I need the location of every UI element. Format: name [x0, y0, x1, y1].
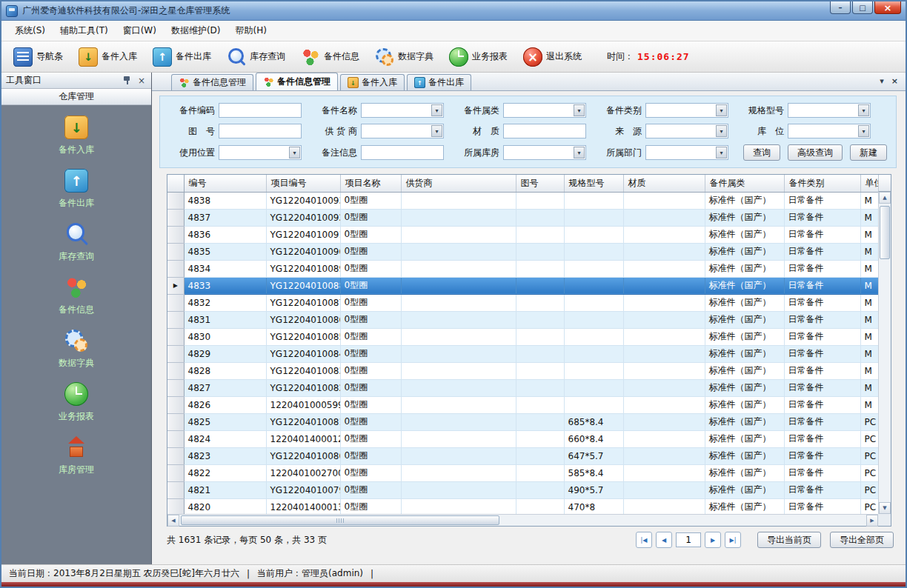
column-header[interactable]: 项目编号	[266, 175, 340, 192]
toolbar-button[interactable]: 备件入库	[73, 45, 143, 69]
table-row[interactable]: 4821YG122040100790型圈490*5.7标准件（国产）日常备件PC	[167, 481, 878, 498]
column-header[interactable]: 备件属类	[705, 175, 784, 192]
maximize-button[interactable]	[852, 1, 873, 14]
new-button[interactable]: 新建	[850, 144, 887, 161]
toolbar-button[interactable]: 导航条	[7, 45, 69, 69]
sidebar-item[interactable]: 备件信息	[59, 275, 94, 316]
row-selector-cell	[167, 379, 184, 396]
menu-item[interactable]: 辅助工具(T)	[53, 21, 116, 40]
toolbar-button[interactable]: 数据字典	[369, 45, 439, 69]
export-current-page-button[interactable]: 导出当前页	[757, 532, 821, 548]
menu-item[interactable]: 数据维护(D)	[164, 21, 228, 40]
table-cell	[516, 447, 564, 464]
search-dropdown[interactable]	[645, 124, 728, 138]
column-header[interactable]: 项目名称	[340, 175, 401, 192]
close-tab-icon[interactable]	[891, 76, 898, 86]
column-header[interactable]: 单位	[860, 175, 878, 192]
search-dropdown[interactable]	[788, 124, 871, 138]
search-dropdown[interactable]	[219, 145, 302, 160]
search-dropdown[interactable]	[645, 103, 728, 118]
table-cell	[516, 243, 564, 260]
toolbar-button[interactable]: 业务报表	[443, 45, 514, 69]
tab[interactable]: 备件信息管理	[256, 73, 338, 90]
tab-list-dropdown-icon[interactable]	[880, 76, 884, 86]
toolbar-button[interactable]: 备件信息	[295, 45, 365, 69]
search-dropdown[interactable]	[788, 103, 871, 118]
table-row[interactable]: 4825YG122040100810型圈685*8.4标准件（国产）日常备件PC	[167, 413, 878, 430]
column-header[interactable]: 供货商	[401, 175, 516, 192]
search-dropdown[interactable]	[361, 103, 444, 118]
table-row[interactable]: 482012204014000130型圈470*8标准件（国产）日常备件PC	[167, 498, 878, 514]
table-row[interactable]: 4833YG122040100880型圈标准件（国产）日常备件M	[167, 277, 878, 294]
search-text-input[interactable]	[219, 124, 302, 138]
vscroll-thumb[interactable]	[880, 206, 890, 259]
minimize-button[interactable]	[830, 1, 851, 14]
table-row[interactable]: 4838YG122040100930型圈标准件（国产）日常备件M	[167, 192, 878, 209]
toolbar-button[interactable]: 备件出库	[147, 45, 217, 69]
page-number-input[interactable]	[676, 532, 701, 547]
scroll-up-icon[interactable]	[879, 192, 891, 204]
vscroll-track[interactable]	[879, 204, 891, 502]
table-row[interactable]: 4832YG122040100870型圈标准件（国产）日常备件M	[167, 294, 878, 311]
table-row[interactable]: 4837YG122040100920型圈标准件（国产）日常备件M	[167, 209, 878, 226]
tab[interactable]: 备件信息管理	[171, 74, 253, 90]
search-dropdown[interactable]	[361, 124, 444, 138]
search-text-input[interactable]	[219, 103, 302, 118]
table-row[interactable]: 4831YG122040100860型圈标准件（国产）日常备件M	[167, 311, 878, 328]
query-button[interactable]: 查询	[743, 144, 780, 161]
table-row[interactable]: 4823YG122040100800型圈647*5.7标准件（国产）日常备件PC	[167, 447, 878, 464]
table-row[interactable]: 4827YG122040100820型圈标准件（国产）日常备件M	[167, 379, 878, 396]
column-header[interactable]: 编号	[184, 175, 266, 192]
table-row[interactable]: 482612204010005990型圈标准件（国产）日常备件M	[167, 396, 878, 413]
close-button[interactable]	[874, 1, 901, 14]
table-cell	[516, 396, 564, 413]
last-page-button[interactable]	[725, 532, 741, 548]
tab[interactable]: 备件出库	[407, 74, 471, 90]
toolbar-button[interactable]: 库存查询	[221, 45, 291, 69]
table-row[interactable]: 4836YG122040100910型圈标准件（国产）日常备件M	[167, 226, 878, 243]
search-text-input[interactable]	[361, 145, 444, 160]
column-header[interactable]: 材质	[623, 175, 705, 192]
advanced-query-button[interactable]: 高级查询	[788, 144, 843, 161]
sidebar-item[interactable]: 备件入库	[59, 116, 94, 156]
table-cell: 0型圈	[340, 328, 401, 345]
sidebar-item[interactable]: 库房管理	[59, 435, 94, 476]
tab[interactable]: 备件入库	[340, 74, 405, 90]
table-row[interactable]: 482412204014000120型圈660*8.4标准件（国产）日常备件PC	[167, 430, 878, 447]
close-icon[interactable]	[136, 76, 147, 85]
column-header[interactable]: 图号	[516, 175, 564, 192]
scroll-right-icon[interactable]	[866, 515, 878, 527]
scroll-down-icon[interactable]	[879, 502, 891, 514]
hscroll-thumb[interactable]	[181, 515, 499, 525]
sidebar-item[interactable]: 业务报表	[59, 382, 94, 423]
sidebar-item[interactable]: 库存查询	[59, 222, 94, 263]
scroll-left-icon[interactable]	[167, 515, 179, 527]
sidebar-item[interactable]: 备件出库	[59, 169, 94, 210]
table-row[interactable]: 4830YG122040100850型圈标准件（国产）日常备件M	[167, 328, 878, 345]
search-dropdown[interactable]	[645, 145, 728, 160]
next-page-button[interactable]	[705, 532, 721, 548]
table-row[interactable]: 4828YG122040100830型圈标准件（国产）日常备件M	[167, 362, 878, 379]
window-title: 广州爱奇迪软件科技有限公司-深田之星仓库管理系统	[22, 4, 230, 17]
menu-item[interactable]: 系统(S)	[7, 21, 53, 40]
column-header[interactable]: 备件类别	[784, 175, 860, 192]
sidebar-item[interactable]: 数据字典	[59, 329, 94, 370]
search-dropdown[interactable]	[503, 145, 586, 160]
hscroll-track[interactable]	[179, 515, 866, 526]
search-text-input[interactable]	[503, 124, 586, 138]
toolbar-button[interactable]: 退出系统	[517, 45, 588, 69]
export-all-pages-button[interactable]: 导出全部页	[830, 532, 894, 548]
vertical-scrollbar[interactable]	[878, 192, 891, 514]
prev-page-button[interactable]	[656, 532, 672, 548]
menu-item[interactable]: 窗口(W)	[116, 21, 164, 40]
horizontal-scrollbar[interactable]	[167, 514, 878, 526]
table-row[interactable]: 4834YG122040100890型圈标准件（国产）日常备件M	[167, 260, 878, 277]
pin-icon[interactable]	[122, 76, 132, 85]
first-page-button[interactable]	[636, 532, 652, 548]
table-row[interactable]: 4829YG122040100840型圈标准件（国产）日常备件M	[167, 345, 878, 362]
menu-item[interactable]: 帮助(H)	[228, 21, 274, 40]
column-header[interactable]: 规格型号	[564, 175, 623, 192]
table-row[interactable]: 4835YG122040100900型圈标准件（国产）日常备件M	[167, 243, 878, 260]
table-row[interactable]: 482212204010027000型圈585*8.4标准件（国产）日常备件PC	[167, 464, 878, 481]
search-dropdown[interactable]	[503, 103, 586, 118]
